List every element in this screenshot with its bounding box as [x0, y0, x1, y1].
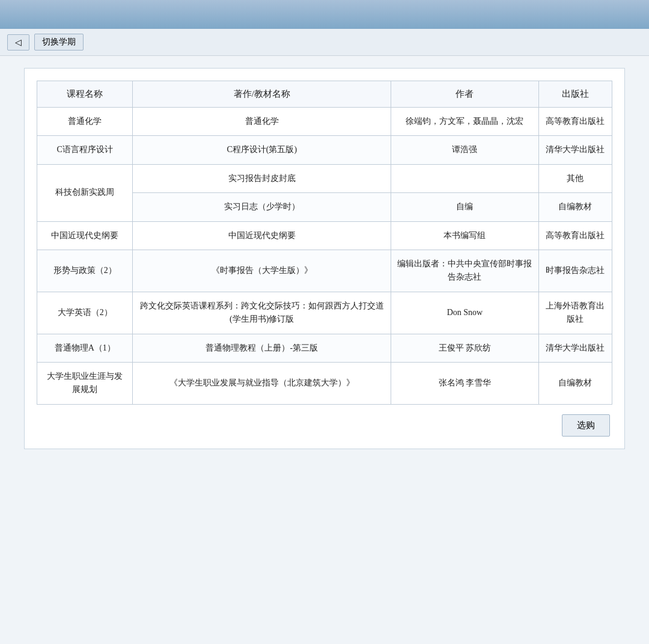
- buy-button[interactable]: 选购: [562, 414, 610, 437]
- cell-author: 王俊平 苏欣纺: [391, 334, 539, 362]
- toolbar: ◁ 切换学期: [0, 29, 649, 56]
- cell-publisher: 清华大学出版社: [538, 334, 612, 362]
- cell-book: 《时事报告（大学生版）》: [133, 250, 391, 292]
- table-row: 中国近现代史纲要中国近现代史纲要本书编写组高等教育出版社: [37, 221, 612, 250]
- cell-author: [391, 164, 539, 192]
- footer-row: 选购: [37, 414, 612, 437]
- table-header-row: 课程名称 著作/教材名称 作者 出版社: [37, 81, 612, 108]
- cell-book: 跨文化交际英语课程系列：跨文化交际技巧：如何跟西方人打交道(学生用书)修订版: [133, 292, 391, 334]
- cell-author: 谭浩强: [391, 136, 539, 164]
- col-header-publisher: 出版社: [538, 81, 612, 108]
- cell-publisher: 其他: [538, 164, 612, 192]
- cell-book: 《大学生职业发展与就业指导（北京建筑大学）》: [133, 362, 391, 404]
- cell-course: 普通物理A（1）: [37, 334, 133, 362]
- cell-publisher: 清华大学出版社: [538, 136, 612, 164]
- col-header-author: 作者: [391, 81, 539, 108]
- table-row: 普通物理A（1）普通物理教程（上册）-第三版王俊平 苏欣纺清华大学出版社: [37, 334, 612, 362]
- cell-author: 本书编写组: [391, 221, 539, 250]
- table-row: 普通化学普通化学徐端钧，方文军，聂晶晶，沈宏高等教育出版社: [37, 108, 612, 136]
- cell-course: 中国近现代史纲要: [37, 221, 133, 250]
- cell-book: 实习日志（少学时）: [133, 193, 391, 221]
- content-area: 课程名称 著作/教材名称 作者 出版社 普通化学普通化学徐端钧，方文军，聂晶晶，…: [24, 68, 625, 449]
- cell-author: 自编: [391, 193, 539, 221]
- cell-author: 张名鸿 李雪华: [391, 362, 539, 404]
- cell-book: 普通化学: [133, 108, 391, 136]
- back-button[interactable]: ◁: [7, 34, 29, 51]
- table-row: 形势与政策（2）《时事报告（大学生版）》编辑出版者：中共中央宣传部时事报告杂志社…: [37, 250, 612, 292]
- cell-author: 编辑出版者：中共中央宣传部时事报告杂志社: [391, 250, 539, 292]
- cell-publisher: 高等教育出版社: [538, 221, 612, 250]
- cell-course: 普通化学: [37, 108, 133, 136]
- cell-publisher: 上海外语教育出版社: [538, 292, 612, 334]
- cell-book: 普通物理教程（上册）-第三版: [133, 334, 391, 362]
- cell-author: Don Snow: [391, 292, 539, 334]
- col-header-book: 著作/教材名称: [133, 81, 391, 108]
- table-row: 大学生职业生涯与发展规划《大学生职业发展与就业指导（北京建筑大学）》张名鸿 李雪…: [37, 362, 612, 404]
- cell-publisher: 高等教育出版社: [538, 108, 612, 136]
- cell-course: 形势与政策（2）: [37, 250, 133, 292]
- table-row: 科技创新实践周实习报告封皮封底其他: [37, 164, 612, 192]
- cell-course: 科技创新实践周: [37, 164, 133, 221]
- cell-publisher: 时事报告杂志社: [538, 250, 612, 292]
- col-header-course: 课程名称: [37, 81, 133, 108]
- cell-course: 大学生职业生涯与发展规划: [37, 362, 133, 404]
- cell-course: 大学英语（2）: [37, 292, 133, 334]
- cell-author: 徐端钧，方文军，聂晶晶，沈宏: [391, 108, 539, 136]
- cell-book: 中国近现代史纲要: [133, 221, 391, 250]
- textbook-table: 课程名称 著作/教材名称 作者 出版社 普通化学普通化学徐端钧，方文军，聂晶晶，…: [37, 81, 612, 405]
- table-row: C语言程序设计C程序设计(第五版)谭浩强清华大学出版社: [37, 136, 612, 164]
- switch-semester-button[interactable]: 切换学期: [34, 34, 84, 51]
- table-row: 大学英语（2）跨文化交际英语课程系列：跨文化交际技巧：如何跟西方人打交道(学生用…: [37, 292, 612, 334]
- top-bar: [0, 0, 649, 29]
- cell-book: 实习报告封皮封底: [133, 164, 391, 192]
- cell-book: C程序设计(第五版): [133, 136, 391, 164]
- cell-publisher: 自编教材: [538, 362, 612, 404]
- cell-course: C语言程序设计: [37, 136, 133, 164]
- cell-publisher: 自编教材: [538, 193, 612, 221]
